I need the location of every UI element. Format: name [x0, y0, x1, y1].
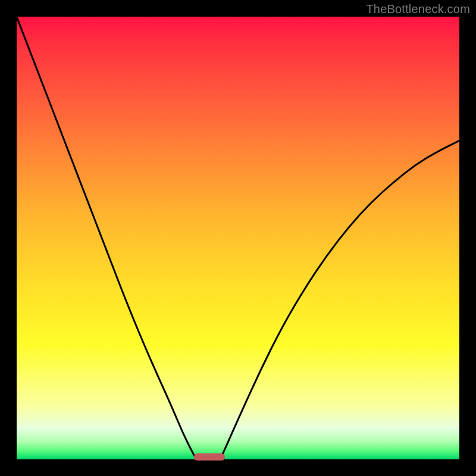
bottleneck-curves [17, 17, 459, 459]
plot-area [17, 17, 459, 459]
curve-right-branch [220, 140, 459, 459]
bottleneck-trough-marker [194, 453, 225, 461]
curve-left-branch [17, 17, 197, 459]
watermark-text: TheBottleneck.com [366, 2, 470, 16]
